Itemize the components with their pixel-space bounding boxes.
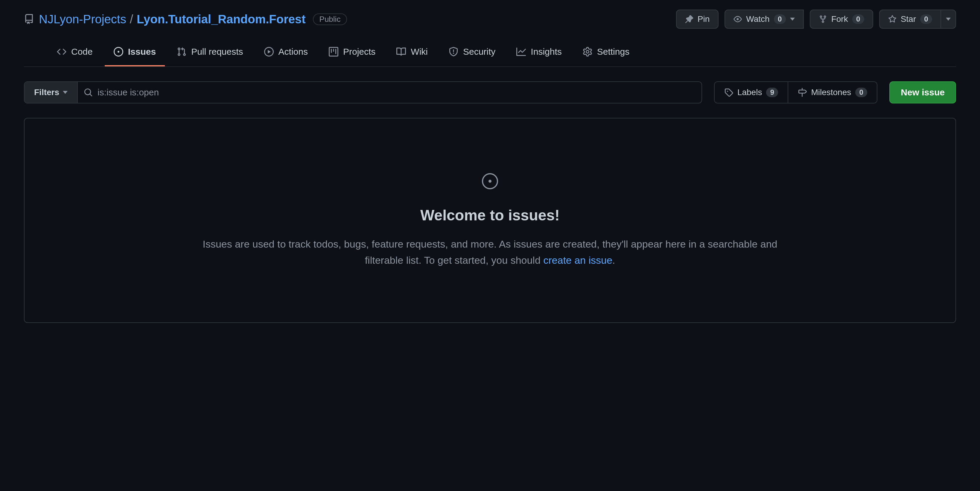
star-icon [888,15,897,23]
gear-icon [583,47,592,57]
pin-label: Pin [698,14,710,24]
issues-empty-state: Welcome to issues! Issues are used to tr… [24,118,956,323]
empty-body: Issues are used to track todos, bugs, fe… [191,236,789,269]
pull-request-icon [177,47,186,57]
issue-opened-icon [481,172,499,192]
play-icon [264,47,274,57]
issue-icon [114,47,123,57]
milestones-count: 0 [855,87,867,97]
svg-point-1 [489,180,491,182]
tab-insights[interactable]: Insights [508,41,571,67]
milestone-icon [798,88,807,97]
labels-count: 9 [766,87,778,97]
create-issue-link[interactable]: create an issue [543,254,612,266]
graph-icon [516,47,526,57]
watch-button[interactable]: Watch 0 [724,10,803,29]
star-button-group: Star 0 [879,10,956,29]
repo-name-link[interactable]: Lyon.Tutorial_Random.Forest [137,13,305,26]
fork-label: Fork [831,14,848,24]
filter-search-bar: Filters [24,81,702,103]
tag-icon [724,88,733,97]
fork-count: 0 [852,14,864,24]
tab-projects[interactable]: Projects [320,41,384,67]
tab-actions[interactable]: Actions [255,41,317,67]
tab-issues[interactable]: Issues [105,41,165,67]
repo-icon [24,14,34,24]
tab-pull-requests[interactable]: Pull requests [168,41,252,67]
repo-path: NJLyon-Projects / Lyon.Tutorial_Random.F… [39,13,306,26]
eye-icon [733,15,742,23]
star-menu-button[interactable] [941,10,956,29]
watch-button-group: Watch 0 [724,10,803,29]
filters-button[interactable]: Filters [24,82,78,103]
visibility-badge: Public [313,13,347,25]
tab-code[interactable]: Code [48,41,102,67]
book-icon [396,47,406,57]
tab-wiki[interactable]: Wiki [387,41,437,67]
repo-nav: Code Issues Pull requests Actions Projec… [24,41,956,67]
pin-button[interactable]: Pin [676,10,719,29]
watch-count: 0 [774,14,786,24]
tab-security[interactable]: Security [440,41,504,67]
code-icon [57,47,67,57]
watch-label: Watch [746,14,769,24]
shield-icon [449,47,458,57]
labels-button[interactable]: Labels 9 [715,82,788,103]
project-icon [329,47,338,57]
empty-heading: Welcome to issues! [48,207,932,224]
fork-button[interactable]: Fork 0 [810,10,873,29]
chevron-down-icon [63,91,68,94]
issues-search-input[interactable] [97,83,695,102]
chevron-down-icon [946,17,951,21]
star-button[interactable]: Star 0 [879,10,941,29]
labels-milestones-group: Labels 9 Milestones 0 [714,81,877,103]
pin-icon [685,15,694,23]
star-count: 0 [920,14,932,24]
search-icon [84,88,93,97]
fork-icon [819,15,827,23]
star-label: Star [901,14,916,24]
tab-settings[interactable]: Settings [574,41,638,67]
milestones-button[interactable]: Milestones 0 [788,82,877,103]
repo-owner-link[interactable]: NJLyon-Projects [39,13,126,26]
new-issue-button[interactable]: New issue [889,81,956,103]
path-separator: / [130,13,133,26]
chevron-down-icon [790,17,795,21]
